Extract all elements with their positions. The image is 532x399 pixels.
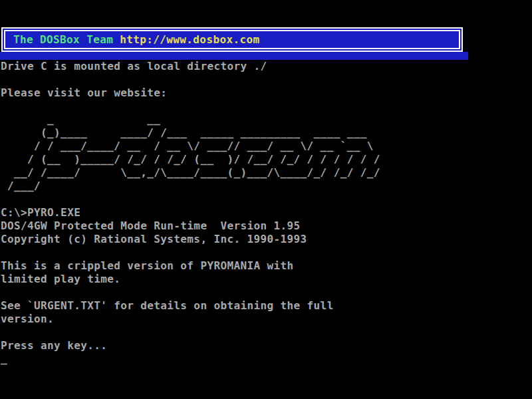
dos-screen[interactable]: Drive C is mounted as local directory ./… <box>0 0 532 399</box>
banner-url: http://www.dosbox.com <box>120 33 259 46</box>
banner-shadow-strip <box>0 52 468 60</box>
dosbox-banner: The DOSBox Team http://www.dosbox.com <box>1 27 463 52</box>
console-output: Drive C is mounted as local directory ./… <box>1 20 380 352</box>
banner-team-label: The DOSBox Team <box>13 33 120 46</box>
text-cursor: _ <box>1 352 7 366</box>
